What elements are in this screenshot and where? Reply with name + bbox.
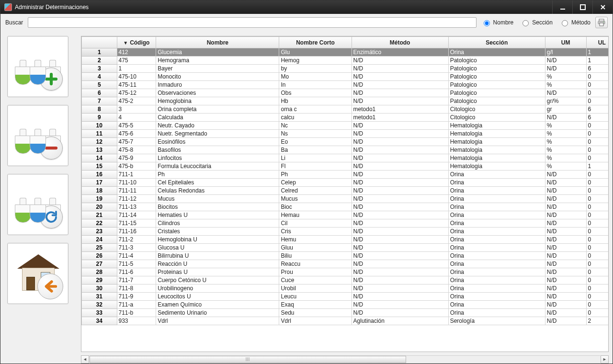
cell-ul[interactable]: 0 (586, 284, 609, 293)
cell-metodo[interactable]: N/D (352, 146, 448, 154)
cell-nombre-corto[interactable]: Ph (279, 171, 352, 179)
close-button[interactable] (592, 0, 613, 14)
table-row[interactable]: 30711-8UrobilinogenoUrobilN/DOrinaN/D0 (82, 284, 609, 293)
cell-um[interactable]: N/D (545, 276, 586, 284)
cell-metodo[interactable]: N/D (352, 309, 448, 317)
horizontal-scrollbar[interactable]: ◄ ► (81, 355, 609, 364)
row-number[interactable]: 20 (82, 203, 117, 211)
cell-codigo[interactable]: 475-b (117, 162, 156, 171)
cell-nombre[interactable]: Cuerpo Cetónico U (156, 276, 279, 284)
cell-metodo[interactable]: N/D (352, 122, 448, 130)
row-number[interactable]: 14 (82, 154, 117, 162)
cell-codigo[interactable]: 475-7 (117, 138, 156, 146)
cell-metodo[interactable]: N/D (352, 130, 448, 138)
cell-ul[interactable]: 0 (586, 203, 609, 211)
cell-seccion[interactable]: Orina (448, 179, 545, 187)
table-row[interactable]: 31BayerbyN/DPatologicoN/D6 (82, 65, 609, 73)
cell-codigo[interactable]: 711-5 (117, 260, 156, 268)
cell-metodo[interactable]: N/D (352, 162, 448, 171)
cell-nombre[interactable]: Orina completa (156, 105, 279, 114)
cell-ul[interactable]: 0 (586, 130, 609, 138)
cell-ul[interactable]: 0 (586, 309, 609, 317)
cell-nombre[interactable]: Basofilos (156, 146, 279, 154)
cell-codigo[interactable]: 933 (117, 317, 156, 325)
cell-nombre[interactable]: Examen Químico (156, 301, 279, 309)
cell-nombre[interactable]: Vdrl (156, 317, 279, 325)
cell-ul[interactable]: 6 (586, 105, 609, 114)
cell-metodo[interactable]: N/D (352, 171, 448, 179)
row-number[interactable]: 2 (82, 57, 117, 65)
cell-nombre[interactable]: Hemograma (156, 57, 279, 65)
row-number[interactable]: 30 (82, 284, 117, 293)
cell-ul[interactable]: 0 (586, 187, 609, 195)
table-row[interactable]: 26711-4Bilirrubina UBiliuN/DOrinaN/D0 (82, 252, 609, 260)
cell-metodo[interactable]: N/D (352, 154, 448, 162)
row-number[interactable]: 22 (82, 219, 117, 228)
cell-nombre[interactable]: Inmaduro (156, 81, 279, 89)
cell-codigo[interactable]: 475-5 (117, 122, 156, 130)
cell-nombre[interactable]: Neutr. Cayado (156, 122, 279, 130)
cell-metodo[interactable]: N/D (352, 187, 448, 195)
cell-seccion[interactable]: Orina (448, 228, 545, 236)
cell-metodo[interactable]: metodo1 (352, 105, 448, 114)
table-row[interactable]: 13475-8BasofilosBaN/DHematologia%0 (82, 146, 609, 154)
row-number[interactable]: 6 (82, 89, 117, 97)
cell-metodo[interactable]: N/D (352, 57, 448, 65)
table-row[interactable]: 31711-9Leucocitos ULeucuN/DOrinaN/D0 (82, 293, 609, 301)
cell-nombre-corto[interactable]: Cris (279, 228, 352, 236)
cell-nombre[interactable]: Glucosa U (156, 244, 279, 252)
table-row[interactable]: 22711-15CilindrosCilN/DOrinaN/D0 (82, 219, 609, 228)
cell-codigo[interactable]: 475-6 (117, 130, 156, 138)
table-row[interactable]: 27711-5Reacción UReaccuN/DOrinaN/D0 (82, 260, 609, 268)
cell-seccion[interactable]: Orina (448, 260, 545, 268)
cell-codigo[interactable]: 475 (117, 57, 156, 65)
cell-seccion[interactable]: Hematologia (448, 146, 545, 154)
col-ul[interactable]: UL (586, 37, 609, 48)
cell-um[interactable]: N/D (545, 293, 586, 301)
row-number[interactable]: 9 (82, 114, 117, 122)
cell-seccion[interactable]: Patologico (448, 81, 545, 89)
cell-ul[interactable]: 0 (586, 244, 609, 252)
cell-um[interactable]: N/D (545, 57, 586, 65)
cell-um[interactable]: N/D (545, 284, 586, 293)
cell-nombre-corto[interactable]: Celred (279, 187, 352, 195)
cell-nombre-corto[interactable]: orna c (279, 105, 352, 114)
cell-um[interactable]: % (545, 130, 586, 138)
table-row[interactable]: 25711-3Glucosa UGluuN/DOrinaN/D0 (82, 244, 609, 252)
cell-nombre[interactable]: Proteinas U (156, 268, 279, 276)
cell-codigo[interactable]: 475-8 (117, 146, 156, 154)
cell-nombre[interactable]: Cilindros (156, 219, 279, 228)
cell-um[interactable]: N/D (545, 171, 586, 179)
maximize-button[interactable] (572, 0, 592, 14)
cell-nombre[interactable]: Sedimento Urinario (156, 309, 279, 317)
cell-nombre[interactable]: Hematies U (156, 211, 279, 219)
cell-nombre-corto[interactable]: Hb (279, 97, 352, 105)
cell-nombre-corto[interactable]: Mo (279, 73, 352, 81)
col-codigo[interactable]: ▼Código (117, 37, 156, 48)
minimize-button[interactable] (552, 0, 572, 14)
cell-metodo[interactable]: N/D (352, 236, 448, 244)
cell-nombre[interactable]: Biocitos (156, 203, 279, 211)
cell-um[interactable]: N/D (545, 65, 586, 73)
cell-metodo[interactable]: N/D (352, 244, 448, 252)
cell-um[interactable]: gr (545, 105, 586, 114)
cell-nombre[interactable]: Hemoglobina U (156, 236, 279, 244)
cell-metodo[interactable]: N/D (352, 211, 448, 219)
cell-ul[interactable]: 0 (586, 301, 609, 309)
cell-nombre-corto[interactable]: Hemau (279, 211, 352, 219)
table-row[interactable]: 28711-6Proteinas UProuN/DOrinaN/D0 (82, 268, 609, 276)
cell-seccion[interactable]: Orina (448, 284, 545, 293)
cell-seccion[interactable]: Citologico (448, 114, 545, 122)
cell-ul[interactable]: 0 (586, 154, 609, 162)
cell-nombre-corto[interactable]: Leucu (279, 293, 352, 301)
cell-metodo[interactable]: Aglutinación (352, 317, 448, 325)
table-row[interactable]: 20711-13BiocitosBiocN/DOrinaN/D0 (82, 203, 609, 211)
cell-nombre-corto[interactable]: Nc (279, 122, 352, 130)
cell-ul[interactable]: 0 (586, 252, 609, 260)
cell-um[interactable]: N/D (545, 211, 586, 219)
row-number[interactable]: 31 (82, 293, 117, 301)
cell-codigo[interactable]: 475-10 (117, 73, 156, 81)
cell-nombre[interactable]: Hemoglobina (156, 97, 279, 105)
cell-nombre[interactable]: Observaciones (156, 89, 279, 97)
cell-nombre[interactable]: Celulas Redondas (156, 187, 279, 195)
